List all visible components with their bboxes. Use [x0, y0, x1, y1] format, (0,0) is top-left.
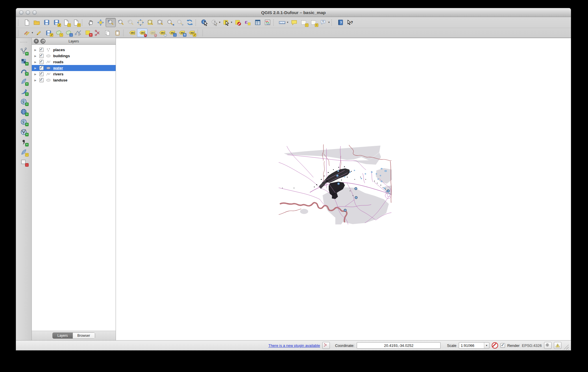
layer-row-buildings[interactable]: buildings	[32, 53, 116, 59]
layers-panel-titlebar[interactable]: Layers	[32, 38, 116, 45]
toolbar-drag-handle[interactable]	[18, 30, 21, 36]
expand-triangle-icon[interactable]	[34, 73, 38, 76]
attribute-table-button[interactable]	[253, 18, 262, 27]
text-annotation-button[interactable]	[319, 18, 328, 27]
zoom-full-button[interactable]	[136, 18, 145, 27]
new-bookmark-button[interactable]	[299, 18, 309, 27]
change-label-button[interactable]	[187, 29, 197, 37]
add-mssql-layer-button[interactable]	[19, 87, 29, 96]
whats-this-button[interactable]: ?	[345, 18, 355, 27]
map-canvas[interactable]	[116, 38, 571, 340]
expand-triangle-icon[interactable]	[34, 79, 38, 82]
add-delimited-text-layer-button[interactable]	[19, 138, 29, 146]
add-feature-button[interactable]	[53, 29, 63, 37]
zoom-native-button[interactable]: 1:1	[126, 18, 136, 27]
pan-to-selection-button[interactable]	[96, 18, 106, 27]
toolbar-drag-handle[interactable]	[20, 42, 27, 45]
tab-layers[interactable]: Layers	[53, 333, 73, 338]
zoom-window-button[interactable]	[32, 10, 37, 15]
map-tips-button[interactable]	[289, 18, 299, 27]
move-feature-button[interactable]	[63, 29, 73, 37]
field-calculator-button[interactable]	[262, 18, 272, 27]
toolbar-drag-handle[interactable]	[202, 30, 206, 36]
add-wcs-layer-button[interactable]	[19, 118, 29, 126]
zoom-last-button[interactable]: ◀	[165, 18, 175, 27]
zoom-to-selection-button[interactable]	[145, 18, 155, 27]
select-by-expression-button[interactable]	[243, 18, 253, 27]
layer-row-landuse[interactable]: landuse	[32, 77, 116, 83]
layer-checkbox[interactable]	[39, 48, 44, 52]
layer-checkbox[interactable]	[39, 54, 44, 58]
node-tool-button[interactable]	[73, 29, 83, 37]
cut-features-button[interactable]	[93, 29, 103, 37]
new-project-button[interactable]	[22, 18, 32, 27]
toolbar-drag-handle[interactable]	[273, 19, 276, 26]
coordinate-input[interactable]	[357, 342, 441, 349]
layer-row-roads[interactable]: roads	[32, 59, 116, 65]
copy-features-button[interactable]	[103, 29, 112, 37]
toolbar-drag-handle[interactable]	[195, 19, 199, 26]
add-raster-layer-button[interactable]	[19, 57, 29, 66]
toggle-editing-button[interactable]	[34, 29, 44, 37]
show-hide-labels-button[interactable]	[157, 29, 167, 37]
add-oracle-layer-button[interactable]	[19, 97, 29, 106]
identify-button[interactable]	[199, 18, 209, 27]
zoom-to-layer-button[interactable]	[155, 18, 165, 27]
label-button[interactable]	[127, 29, 137, 37]
resize-grip[interactable]	[564, 345, 569, 349]
deselect-features-button[interactable]	[233, 18, 243, 27]
paste-features-button[interactable]	[112, 29, 122, 37]
pin-label-button[interactable]	[137, 29, 147, 37]
move-label-button[interactable]	[167, 29, 177, 37]
toolbar-drag-handle[interactable]	[82, 19, 85, 26]
layer-row-water[interactable]: water	[32, 65, 116, 71]
expand-triangle-icon[interactable]	[34, 55, 38, 57]
show-bookmarks-button[interactable]	[309, 18, 319, 27]
toolbar-drag-handle[interactable]	[197, 30, 201, 36]
plugin-button[interactable]	[322, 342, 330, 349]
open-project-button[interactable]	[32, 18, 42, 27]
new-spatialite-layer-button[interactable]	[19, 148, 29, 157]
composer-manager-button[interactable]	[71, 18, 81, 27]
crs-button[interactable]	[544, 342, 552, 349]
run-feature-action-button[interactable]	[209, 18, 219, 27]
toolbar-drag-handle[interactable]	[123, 30, 126, 36]
layer-row-rivers[interactable]: rivers	[32, 71, 116, 77]
add-wms-layer-button[interactable]	[19, 107, 29, 116]
zoom-in-button[interactable]: +	[106, 18, 116, 27]
save-project-button[interactable]	[42, 18, 51, 27]
expand-triangle-icon[interactable]	[34, 61, 38, 64]
close-window-button[interactable]	[19, 10, 23, 15]
highlight-pinned-labels-button[interactable]	[147, 29, 157, 37]
rotate-label-button[interactable]	[177, 29, 187, 37]
minimize-window-button[interactable]	[26, 10, 30, 15]
current-edits-button[interactable]	[22, 29, 32, 37]
zoom-next-button[interactable]: ▶	[175, 18, 185, 27]
toolbar-drag-handle[interactable]	[331, 19, 334, 26]
new-composer-button[interactable]	[61, 18, 71, 27]
pan-map-button[interactable]	[86, 18, 96, 27]
tab-browser[interactable]: Browser	[73, 333, 95, 338]
messages-button[interactable]	[554, 342, 561, 349]
select-features-button[interactable]	[221, 18, 231, 27]
expand-triangle-icon[interactable]	[34, 67, 38, 70]
layer-checkbox[interactable]	[39, 78, 44, 82]
measure-button[interactable]	[277, 18, 287, 27]
add-wfs-layer-button[interactable]	[19, 128, 29, 136]
refresh-button[interactable]	[185, 18, 195, 27]
render-checkbox[interactable]	[500, 343, 505, 348]
save-project-as-button[interactable]	[51, 18, 61, 27]
layer-checkbox[interactable]	[39, 66, 44, 70]
delete-selected-button[interactable]	[83, 29, 93, 37]
layer-checkbox[interactable]	[39, 72, 44, 76]
scale-combo[interactable]: 1:91066 ▼	[459, 342, 489, 349]
map-view[interactable]	[279, 144, 393, 225]
add-vector-layer-button[interactable]	[19, 47, 29, 55]
expand-triangle-icon[interactable]	[34, 49, 38, 51]
add-spatialite-layer-button[interactable]	[19, 77, 29, 86]
chevron-down-icon[interactable]: ▼	[484, 343, 489, 348]
layer-checkbox[interactable]	[39, 60, 44, 64]
save-edits-button[interactable]	[44, 29, 53, 37]
panel-float-button[interactable]	[40, 39, 45, 44]
toolbar-drag-handle[interactable]	[18, 19, 21, 26]
